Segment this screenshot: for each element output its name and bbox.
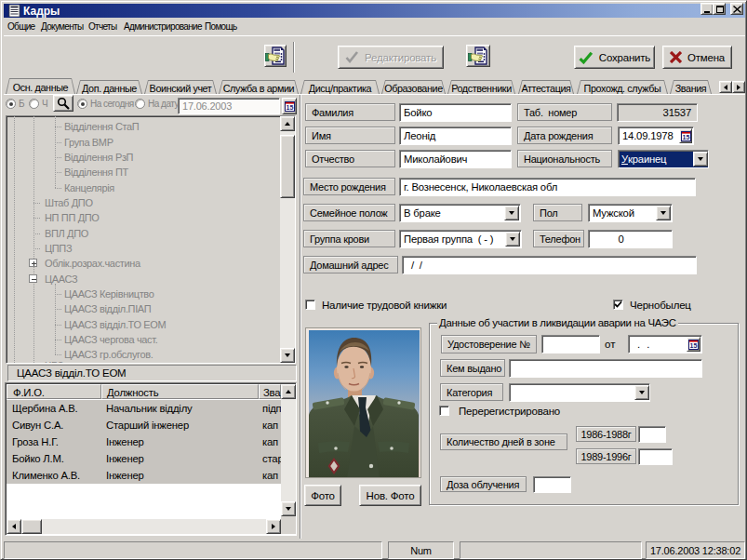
svg-text:15: 15 bbox=[690, 342, 698, 349]
svg-text:15: 15 bbox=[682, 134, 689, 140]
svg-text:15: 15 bbox=[286, 104, 293, 111]
